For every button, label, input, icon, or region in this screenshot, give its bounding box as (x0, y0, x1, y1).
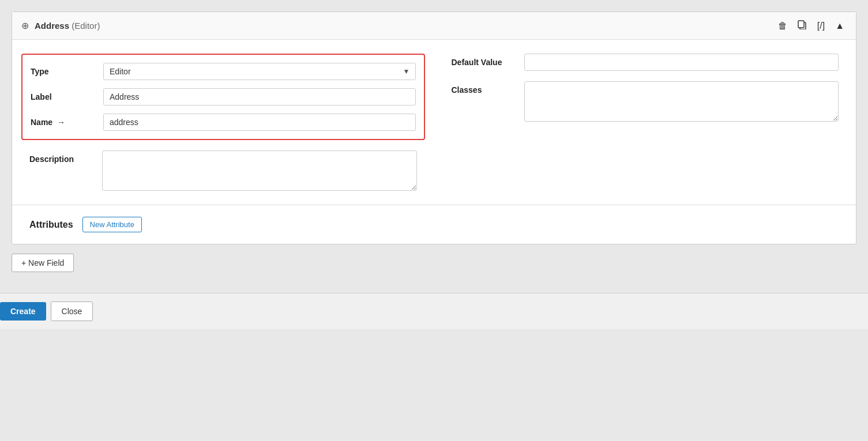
type-label: Type (31, 63, 94, 76)
new-attribute-button[interactable]: New Attribute (82, 217, 142, 232)
field-header: ⊕ Address (Editor) 🗑 [/] ▲ (12, 12, 856, 40)
classes-row: Classes (452, 81, 839, 122)
classes-input[interactable] (524, 81, 839, 122)
type-row: Type Editor Text Textarea Number Date Se… (31, 63, 416, 80)
description-input[interactable] (102, 150, 417, 191)
type-select-wrapper: Editor Text Textarea Number Date Select … (103, 63, 416, 80)
field-header-actions: 🗑 [/] ▲ (776, 19, 847, 32)
description-label: Description (29, 150, 93, 164)
field-body: Type Editor Text Textarea Number Date Se… (12, 40, 856, 205)
name-label: Name → (31, 114, 94, 127)
default-value-row: Default Value (452, 54, 839, 71)
field-title: Address (Editor) (35, 21, 100, 31)
attributes-label: Attributes (29, 220, 73, 230)
description-row: Description (29, 150, 417, 191)
name-input[interactable] (103, 114, 416, 131)
name-row: Name → (31, 114, 416, 131)
label-row: Label (31, 88, 416, 105)
new-field-button[interactable]: + New Field (12, 254, 74, 272)
classes-label: Classes (452, 81, 515, 95)
close-button[interactable]: Close (51, 301, 93, 321)
code-button[interactable]: [/] (815, 20, 827, 32)
left-column: Type Editor Text Textarea Number Date Se… (29, 54, 417, 191)
field-header-left: ⊕ Address (Editor) (21, 20, 100, 31)
delete-button[interactable]: 🗑 (776, 20, 790, 32)
collapse-button[interactable]: ▲ (833, 20, 847, 32)
right-column: Default Value Classes (452, 54, 839, 191)
bottom-bar: + New Field (12, 244, 856, 281)
type-select[interactable]: Editor Text Textarea Number Date Select … (103, 63, 416, 80)
move-icon[interactable]: ⊕ (21, 20, 29, 31)
label-label: Label (31, 88, 94, 101)
svg-rect-1 (798, 21, 804, 28)
attributes-section: Attributes New Attribute (12, 205, 856, 244)
default-value-label: Default Value (452, 54, 515, 67)
copy-button[interactable] (795, 19, 809, 32)
field-subtitle: (Editor) (72, 21, 100, 31)
name-arrow: → (57, 118, 65, 127)
highlight-box: Type Editor Text Textarea Number Date Se… (21, 54, 425, 140)
label-input[interactable] (103, 88, 416, 105)
page-footer: Create Close (0, 293, 868, 329)
default-value-input[interactable] (524, 54, 839, 71)
create-button[interactable]: Create (0, 302, 46, 321)
field-card: ⊕ Address (Editor) 🗑 [/] ▲ (12, 12, 856, 244)
